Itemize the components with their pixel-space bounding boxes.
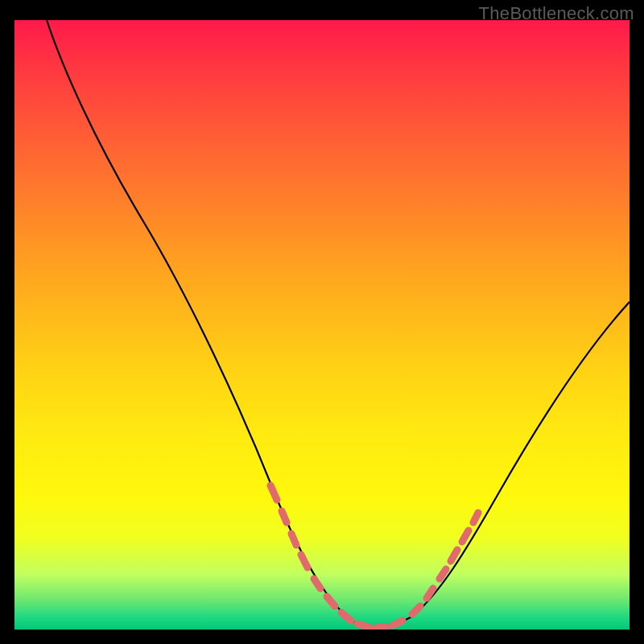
svg-line-2 <box>291 534 296 545</box>
svg-line-8 <box>375 627 386 628</box>
svg-line-13 <box>451 550 457 561</box>
svg-line-9 <box>393 621 402 625</box>
svg-line-15 <box>473 513 478 522</box>
right-marker-dashes <box>412 513 478 614</box>
svg-line-3 <box>301 555 308 568</box>
svg-line-5 <box>327 597 335 606</box>
left-marker-dashes <box>270 485 402 628</box>
svg-line-6 <box>341 613 351 621</box>
svg-line-7 <box>357 624 369 627</box>
svg-line-1 <box>282 511 287 522</box>
svg-line-4 <box>314 579 320 588</box>
bottleneck-chart <box>14 20 630 630</box>
watermark-text: TheBottleneck.com <box>479 3 634 24</box>
svg-line-14 <box>462 530 469 542</box>
svg-line-10 <box>412 606 420 614</box>
svg-line-12 <box>440 569 446 579</box>
bottleneck-curve-path <box>47 20 630 627</box>
svg-line-0 <box>270 485 277 500</box>
